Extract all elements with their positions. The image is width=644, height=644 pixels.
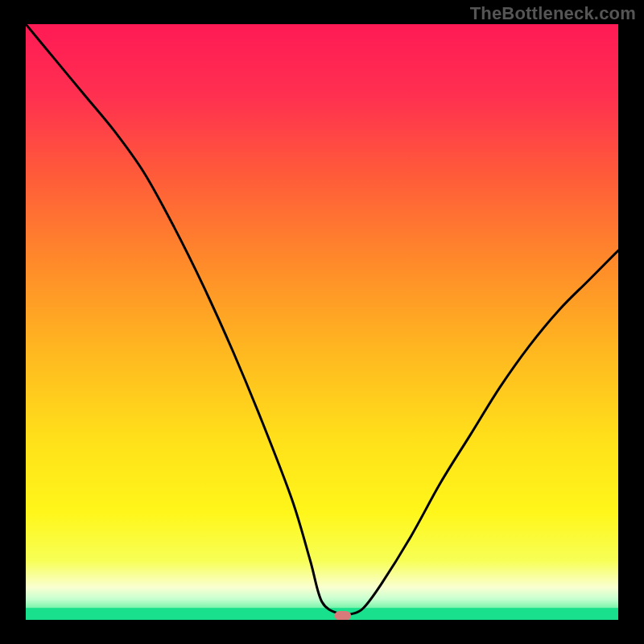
optimum-marker — [334, 611, 351, 620]
baseline-band — [26, 608, 618, 620]
chart-frame: TheBottleneck.com — [0, 0, 644, 644]
gradient-background — [26, 24, 618, 620]
watermark-label: TheBottleneck.com — [470, 3, 636, 24]
plot-area — [26, 24, 618, 620]
chart-svg — [26, 24, 618, 620]
